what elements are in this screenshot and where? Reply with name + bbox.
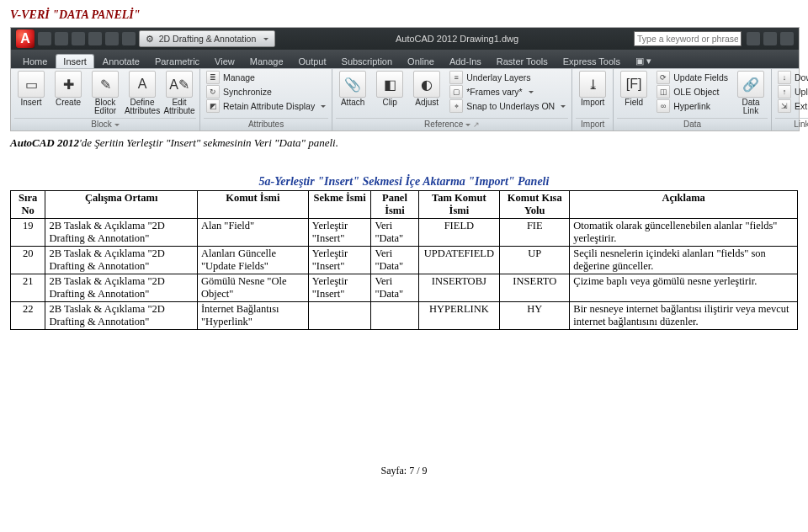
frame-icon: ▢ — [449, 85, 463, 98]
underlay-layers-button[interactable]: ≡Underlay Layers — [447, 71, 568, 84]
sync-label: Synchronize — [223, 87, 272, 97]
table-cell — [371, 302, 418, 330]
define-attr-icon: A — [129, 71, 156, 98]
define-attr-button[interactable]: ADefine Attributes — [125, 71, 159, 115]
underlay-label: Underlay Layers — [466, 72, 530, 82]
table-cell: Alanları Güncelle "Update Fields" — [197, 247, 308, 274]
section-title: V-VERİ "DATA PANELİ" — [10, 8, 798, 22]
upload-source-button[interactable]: ↑Upload to Source — [775, 85, 808, 98]
adjust-icon: ◐ — [413, 71, 440, 98]
page-footer: Sayfa: 7 / 9 — [10, 465, 798, 477]
panel-title-reference[interactable]: Reference ↗ — [336, 118, 568, 130]
help-icon[interactable] — [780, 32, 794, 45]
table-cell: Çizime baplı veya gömülü nesne yerleştir… — [570, 274, 798, 302]
retain-icon: ◩ — [206, 99, 220, 113]
manage-button[interactable]: ≣Manage — [204, 71, 328, 84]
table-cell: Otomatik olarak güncellenebilen alanlar … — [570, 219, 798, 247]
table-row: 222B Taslak & Açıklama "2D Drafting & An… — [11, 302, 798, 330]
search-input[interactable] — [634, 31, 742, 46]
gear-icon: ⚙ — [146, 34, 154, 44]
import-button[interactable]: ⤓Import — [576, 71, 609, 107]
table-cell: FIE — [500, 219, 570, 247]
attach-icon: 📎 — [339, 71, 366, 98]
ole-object-button[interactable]: ◫OLE Object — [654, 85, 731, 98]
import-label: Import — [581, 98, 604, 107]
tab-subscription[interactable]: Subscription — [335, 55, 400, 68]
table-cell: Gömülü Nesne "Ole Object" — [197, 274, 308, 302]
snap-underlays-dropdown[interactable]: ⌖Snap to Underlays ON — [447, 99, 568, 113]
field-icon: [F] — [620, 71, 647, 98]
panel-attributes: ≣Manage ↻Synchronize ◩Retain Attribute D… — [200, 69, 332, 130]
link-icon: ∞ — [656, 99, 670, 113]
th-ortam: Çalışma Ortamı — [45, 191, 197, 219]
upload-icon: ↑ — [778, 85, 791, 98]
qat-undo-icon[interactable] — [88, 32, 102, 45]
extract-icon: ⇲ — [778, 99, 791, 113]
workspace-dropdown[interactable]: ⚙2D Drafting & Annotation — [139, 30, 275, 47]
exchange-icon[interactable] — [763, 32, 777, 45]
table-row: 212B Taslak & Açıklama "2D Drafting & An… — [11, 274, 798, 302]
tab-view[interactable]: View — [208, 55, 242, 68]
table-cell: Veri "Data" — [371, 247, 418, 274]
update-fields-button[interactable]: ⟳Update Fields — [654, 71, 731, 84]
tab-addins[interactable]: Add-Ins — [443, 55, 488, 68]
table-cell: Veri "Data" — [371, 219, 418, 247]
table-cell: 19 — [11, 219, 45, 247]
signin-icon[interactable] — [747, 32, 760, 45]
tab-insert[interactable]: Insert — [56, 54, 94, 68]
qat-save-icon[interactable] — [72, 32, 85, 45]
edit-attr-button[interactable]: A✎Edit Attribute — [162, 71, 196, 115]
panel-title-import: Import — [576, 118, 609, 130]
tab-parametric[interactable]: Parametric — [148, 55, 206, 68]
clip-label: Clip — [383, 98, 397, 107]
download-label: Download from Source — [795, 72, 808, 82]
import-icon: ⤓ — [579, 71, 606, 98]
attach-button[interactable]: 📎Attach — [336, 71, 369, 107]
table-cell: Veri "Data" — [371, 274, 418, 302]
manage-label: Manage — [223, 72, 255, 82]
create-icon: ✚ — [55, 71, 82, 98]
qat-new-icon[interactable] — [38, 32, 51, 45]
qat-redo-icon[interactable] — [105, 32, 119, 45]
block-editor-button[interactable]: ✎Block Editor — [88, 71, 122, 115]
tab-express[interactable]: Express Tools — [556, 55, 627, 68]
tab-raster[interactable]: Raster Tools — [490, 55, 555, 68]
tab-online[interactable]: Online — [401, 55, 441, 68]
panel-title-block[interactable]: Block — [14, 118, 196, 130]
hyperlink-button[interactable]: ∞Hyperlink — [654, 99, 731, 113]
table-cell: HY — [500, 302, 570, 330]
figure-caption: AutoCAD 2012'de Şeritin Yerleştir "Inser… — [10, 136, 798, 150]
tab-home[interactable]: Home — [16, 55, 54, 68]
table-cell: Yerleştir "Insert" — [308, 274, 371, 302]
qat-open-icon[interactable] — [55, 32, 68, 45]
insert-button[interactable]: ▭Insert — [14, 71, 48, 107]
caption-rest: 'de Şeritin Yerleştir "Insert" sekmesini… — [79, 136, 338, 149]
tab-focus[interactable]: ▣ ▾ — [629, 54, 658, 68]
clip-button[interactable]: ◧Clip — [373, 71, 407, 107]
th-komut: Komut İsmi — [197, 191, 308, 219]
qat-print-icon[interactable] — [122, 32, 136, 45]
th-sekme: Sekme İsmi — [308, 191, 371, 219]
tab-manage[interactable]: Manage — [243, 55, 290, 68]
app-menu-icon[interactable]: A — [16, 29, 35, 48]
layers-icon: ≡ — [449, 71, 463, 84]
retain-attr-display-button[interactable]: ◩Retain Attribute Display — [204, 99, 328, 113]
th-no: Sıra No — [11, 191, 45, 219]
download-source-button[interactable]: ↓Download from Source — [775, 71, 808, 84]
create-button[interactable]: ✚Create — [51, 71, 85, 107]
adjust-button[interactable]: ◐Adjust — [410, 71, 444, 107]
titlebar: A ⚙2D Drafting & Annotation AutoCAD 2012… — [11, 28, 799, 50]
tab-output[interactable]: Output — [292, 55, 333, 68]
sync-button[interactable]: ↻Synchronize — [204, 85, 328, 98]
table-cell: 20 — [11, 247, 45, 274]
help-search[interactable] — [634, 31, 742, 46]
data-link-button[interactable]: 🔗Data Link — [734, 71, 768, 115]
extract-data-button[interactable]: ⇲Extract Data — [775, 99, 808, 113]
update-fields-label: Update Fields — [673, 72, 728, 82]
tab-annotate[interactable]: Annotate — [96, 55, 146, 68]
snap-label: Snap to Underlays ON — [466, 101, 555, 111]
table-title: 5a-Yerleştir "Insert" Sekmesi İçe Aktarm… — [10, 175, 798, 189]
field-button[interactable]: [F]Field — [617, 71, 651, 107]
frames-dropdown[interactable]: ▢*Frames vary* — [447, 85, 568, 98]
panel-title-data: Data — [617, 118, 768, 130]
